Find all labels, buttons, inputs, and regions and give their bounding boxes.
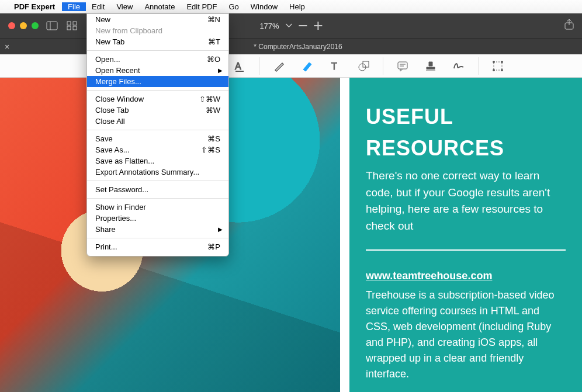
signature-icon[interactable] xyxy=(452,60,465,72)
app-name[interactable]: PDF Expert xyxy=(14,2,55,11)
menu-go[interactable]: Go xyxy=(223,2,244,11)
menu-item-save[interactable]: Save⌘S xyxy=(87,133,228,144)
menu-item-new-tab[interactable]: New Tab⌘T xyxy=(87,36,228,47)
menu-item-save-as[interactable]: Save As...⇧⌘S xyxy=(87,144,228,155)
menu-separator xyxy=(87,130,228,130)
sidebar-toggle-icon[interactable] xyxy=(46,19,58,32)
svg-rect-4 xyxy=(67,26,71,30)
doc-intro: There's no one correct way to learn code… xyxy=(366,168,566,234)
menu-item-print[interactable]: Print...⌘P xyxy=(87,241,228,252)
thumbnails-icon[interactable] xyxy=(65,19,78,32)
menu-help[interactable]: Help xyxy=(283,2,311,11)
menu-item-merge-files[interactable]: Merge Files... xyxy=(87,76,228,87)
svg-text:T: T xyxy=(331,61,337,71)
svg-rect-0 xyxy=(47,22,57,30)
text-tool-icon[interactable]: T xyxy=(329,60,342,72)
page-right-content: USEFUL RESOURCES There's no one correct … xyxy=(349,78,582,392)
pen-icon[interactable] xyxy=(273,60,286,72)
close-window-icon[interactable] xyxy=(8,22,15,29)
zoom-in-icon[interactable] xyxy=(314,22,323,30)
menu-separator xyxy=(87,90,228,91)
minimize-window-icon[interactable] xyxy=(20,22,27,29)
menu-file[interactable]: File xyxy=(62,2,86,11)
file-menu-dropdown: New⌘NNew from ClipboardNew Tab⌘TOpen...⌘… xyxy=(86,13,229,256)
menu-item-new-from-clipboard: New from Clipboard xyxy=(87,25,228,36)
svg-point-23 xyxy=(501,69,503,71)
close-tab-icon[interactable]: × xyxy=(0,42,14,51)
zoom-dropdown-icon[interactable] xyxy=(286,24,292,27)
svg-rect-3 xyxy=(73,22,77,25)
svg-point-20 xyxy=(493,61,495,63)
svg-point-21 xyxy=(501,61,503,63)
menu-separator xyxy=(87,198,228,199)
menu-item-open[interactable]: Open...⌘O xyxy=(87,54,228,65)
menu-item-properties[interactable]: Properties... xyxy=(87,213,228,224)
mac-menubar: PDF Expert FileEditViewAnnotateEdit PDFG… xyxy=(0,0,582,13)
stamp-icon[interactable] xyxy=(424,60,437,72)
highlighter-icon[interactable] xyxy=(301,60,314,72)
note-icon[interactable] xyxy=(396,60,409,72)
resource-text-1: Treehouse is a subscription-based video … xyxy=(366,287,566,382)
menu-item-new[interactable]: New⌘N xyxy=(87,14,228,25)
menu-separator xyxy=(87,238,228,238)
text-style-icon[interactable]: A xyxy=(234,60,247,72)
menu-separator xyxy=(87,181,228,181)
resource-link-1[interactable]: www.teamtreehouse.com xyxy=(366,268,566,284)
zoom-out-icon[interactable] xyxy=(299,22,307,30)
menu-annotate[interactable]: Annotate xyxy=(138,2,181,11)
share-icon[interactable] xyxy=(564,19,574,32)
svg-rect-5 xyxy=(73,26,77,30)
window-controls xyxy=(0,22,39,29)
menu-separator xyxy=(87,50,228,51)
menu-item-open-recent[interactable]: Open Recent▶ xyxy=(87,65,228,76)
menu-window[interactable]: Window xyxy=(245,2,283,11)
svg-rect-16 xyxy=(398,62,407,69)
menu-edit-pdf[interactable]: Edit PDF xyxy=(181,2,223,11)
shape-icon[interactable] xyxy=(357,60,370,72)
svg-text:A: A xyxy=(235,61,241,71)
svg-rect-19 xyxy=(494,62,502,70)
zoom-level[interactable]: 177% xyxy=(259,22,279,30)
select-icon[interactable] xyxy=(491,60,504,72)
menu-item-close-tab[interactable]: Close Tab⌘W xyxy=(87,105,228,116)
menu-item-save-as-flatten[interactable]: Save as Flatten... xyxy=(87,155,228,166)
menu-item-show-in-finder[interactable]: Show in Finder xyxy=(87,202,228,213)
svg-point-22 xyxy=(493,69,495,71)
doc-heading: USEFUL RESOURCES xyxy=(366,101,566,164)
menu-edit[interactable]: Edit xyxy=(86,2,110,11)
menu-item-close-window[interactable]: Close Window⇧⌘W xyxy=(87,93,228,105)
divider xyxy=(366,249,566,251)
svg-rect-2 xyxy=(67,22,71,25)
menu-item-close-all[interactable]: Close All xyxy=(87,116,228,127)
menu-item-export-annotations-summary[interactable]: Export Annotations Summary... xyxy=(87,166,228,178)
menu-item-share[interactable]: Share▶ xyxy=(87,224,228,235)
menu-view[interactable]: View xyxy=(110,2,138,11)
menu-item-set-password[interactable]: Set Password... xyxy=(87,184,228,195)
fullscreen-window-icon[interactable] xyxy=(32,22,39,29)
